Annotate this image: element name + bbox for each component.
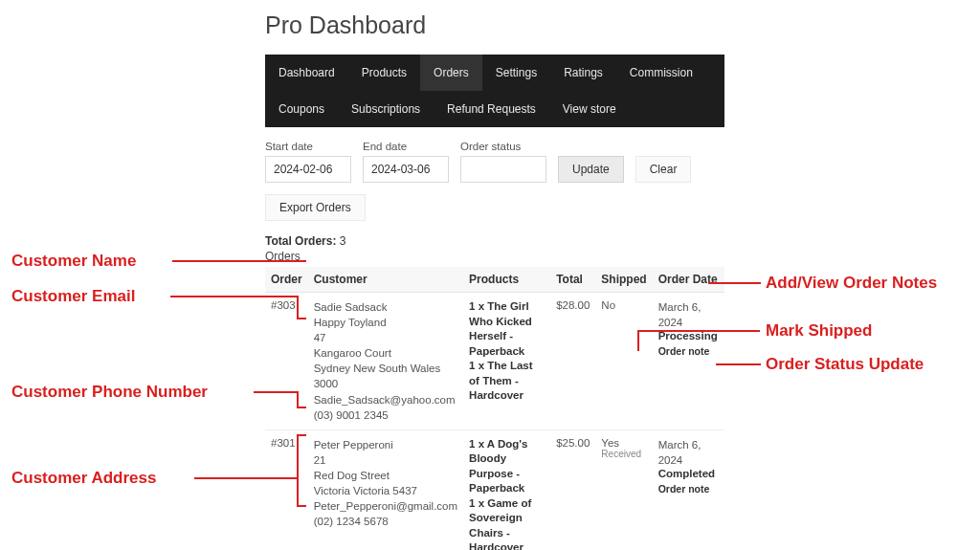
annotation-mark-shipped: Mark Shipped: [766, 321, 872, 341]
product-line: 1 x The Girl Who Kicked Herself - Paperb…: [469, 299, 545, 359]
annotation-line: [716, 363, 761, 365]
annotation-customer-name: Customer Name: [11, 252, 136, 271]
tab-commission[interactable]: Commission: [616, 55, 706, 91]
shipped-status: No: [601, 299, 646, 311]
end-date-input[interactable]: [363, 156, 449, 183]
annotation-status-update: Order Status Update: [766, 355, 924, 374]
customer-line: Sadie Sadsack: [314, 299, 457, 315]
customer-line: Peter Pepperoni: [314, 437, 457, 452]
total-cell: $25.00: [550, 429, 595, 550]
tab-view-store[interactable]: View store: [549, 91, 630, 127]
annotation-line: [172, 260, 306, 262]
customer-line: 21: [314, 452, 457, 468]
customer-line: Kangaroo Court: [314, 345, 457, 361]
col-order-date: Order Date: [653, 267, 724, 293]
col-customer: Customer: [308, 267, 463, 293]
total-orders: Total Orders: 3: [265, 234, 724, 248]
end-date-block: End date: [363, 141, 449, 183]
customer-line: Red Dog Street: [314, 468, 457, 483]
customer-line: Peter_Pepperoni@gmail.com: [314, 498, 457, 514]
annotation-line: [637, 330, 760, 332]
update-button[interactable]: Update: [558, 156, 624, 183]
annotation-line: [297, 391, 299, 407]
customer-cell: Sadie SadsackHappy Toyland47Kangaroo Cou…: [308, 293, 463, 430]
shipped-status: Yes: [601, 437, 646, 449]
annotation-line: [297, 434, 306, 436]
order-status-input[interactable]: [460, 156, 546, 183]
orders-header-row: OrderCustomerProductsTotalShippedOrder D…: [265, 267, 724, 293]
customer-line: (03) 9001 2345: [314, 407, 457, 423]
tab-orders[interactable]: Orders: [420, 55, 482, 91]
products-cell: 1 x A Dog's Bloody Purpose - Paperback1 …: [463, 429, 550, 550]
order-status-label: Order status: [460, 141, 546, 152]
filter-row: Start date End date Order status Update …: [265, 141, 724, 221]
tab-settings[interactable]: Settings: [482, 55, 550, 91]
annotation-add-notes: Add/View Order Notes: [766, 274, 937, 293]
tab-products[interactable]: Products: [348, 55, 420, 91]
annotation-line: [708, 282, 761, 284]
clear-button[interactable]: Clear: [635, 156, 692, 183]
customer-line: Victoria Victoria 5437: [314, 483, 457, 498]
order-id[interactable]: #301: [265, 429, 308, 550]
start-date-input[interactable]: [265, 156, 351, 183]
export-orders-button[interactable]: Export Orders: [265, 194, 366, 221]
shipped-cell[interactable]: No: [595, 293, 652, 430]
table-row: #303Sadie SadsackHappy Toyland47Kangaroo…: [265, 293, 724, 430]
dashboard-panel: Pro Dashboard DashboardProductsOrdersSet…: [265, 0, 724, 550]
customer-line: Happy Toyland: [314, 315, 457, 330]
tab-ratings[interactable]: Ratings: [550, 55, 616, 91]
table-row: #301Peter Pepperoni21Red Dog StreetVicto…: [265, 429, 724, 550]
order-date-cell: March 6, 2024CompletedOrder note: [653, 429, 724, 550]
col-products: Products: [463, 267, 550, 293]
product-line: 1 x Game of Sovereign Chairs - Hardcover: [469, 496, 545, 550]
total-orders-label: Total Orders:: [265, 234, 336, 248]
page-title: Pro Dashboard: [265, 11, 724, 39]
orders-caption: Orders: [265, 250, 724, 263]
customer-line: Sydney New South Wales: [314, 361, 457, 376]
annotation-customer-email: Customer Email: [11, 287, 135, 306]
product-line: 1 x A Dog's Bloody Purpose - Paperback: [469, 437, 545, 496]
customer-line: 3000: [314, 376, 457, 391]
total-cell: $28.00: [550, 293, 595, 430]
tab-nav: DashboardProductsOrdersSettingsRatingsCo…: [265, 55, 724, 127]
order-date-cell: March 6, 2024ProcessingOrder note: [653, 293, 724, 430]
product-line: 1 x The Last of Them - Hardcover: [469, 359, 545, 404]
customer-line: 47: [314, 330, 457, 345]
annotation-line: [194, 477, 297, 479]
order-date: March 6, 2024: [658, 437, 719, 468]
tab-subscriptions[interactable]: Subscriptions: [338, 91, 434, 127]
start-date-label: Start date: [265, 141, 351, 152]
annotation-line: [170, 296, 297, 297]
shipped-cell[interactable]: YesReceived: [595, 429, 652, 550]
annotation-line: [297, 434, 299, 506]
order-status-block: Order status: [460, 141, 546, 183]
order-note-link[interactable]: Order note: [658, 345, 710, 357]
annotation-customer-address: Customer Address: [11, 469, 156, 488]
annotation-line: [297, 296, 299, 318]
order-status: Completed: [658, 468, 719, 479]
customer-line: Sadie_Sadsack@yahoo.com: [314, 392, 457, 407]
tab-refund-requests[interactable]: Refund Requests: [434, 91, 549, 127]
customer-cell: Peter Pepperoni21Red Dog StreetVictoria …: [308, 429, 463, 550]
col-order: Order: [265, 267, 308, 293]
tab-dashboard[interactable]: Dashboard: [265, 55, 348, 91]
products-cell: 1 x The Girl Who Kicked Herself - Paperb…: [463, 293, 550, 430]
order-id[interactable]: #303: [265, 293, 308, 430]
annotation-line: [297, 318, 306, 319]
end-date-label: End date: [363, 141, 449, 152]
shipped-extra: Received: [601, 449, 646, 459]
orders-table: OrderCustomerProductsTotalShippedOrder D…: [265, 267, 724, 550]
annotation-line: [254, 391, 297, 393]
annotation-line: [297, 505, 306, 507]
order-date: March 6, 2024: [658, 299, 719, 330]
annotation-line: [297, 407, 306, 408]
col-shipped: Shipped: [595, 267, 652, 293]
order-note-link[interactable]: Order note: [658, 483, 710, 495]
tab-coupons[interactable]: Coupons: [265, 91, 338, 127]
annotation-customer-phone: Customer Phone Number: [11, 383, 208, 402]
annotation-line: [637, 330, 639, 351]
customer-line: (02) 1234 5678: [314, 514, 457, 529]
col-total: Total: [550, 267, 595, 293]
start-date-block: Start date: [265, 141, 351, 183]
total-orders-count: 3: [340, 234, 346, 248]
